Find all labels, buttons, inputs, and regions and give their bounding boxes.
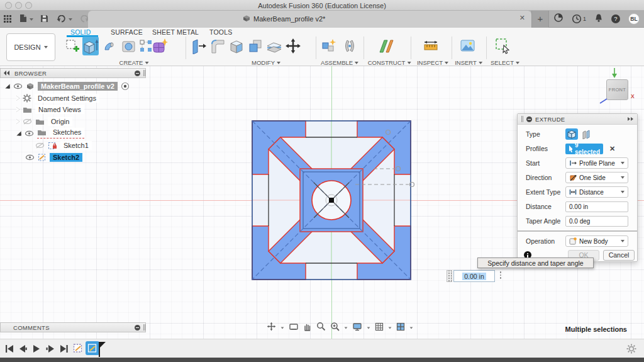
fillet-icon[interactable] xyxy=(209,37,226,55)
group-create[interactable]: CREATE xyxy=(119,59,149,66)
undo-caret[interactable] xyxy=(69,18,72,21)
zoom-window-icon[interactable] xyxy=(330,322,340,334)
start-dropdown[interactable]: Profile Plane xyxy=(565,157,628,169)
operation-dropdown[interactable]: New Body xyxy=(565,235,628,247)
group-modify[interactable]: MODIFY xyxy=(252,59,280,66)
viewports-icon[interactable] xyxy=(396,322,405,334)
tab-sheet-metal[interactable]: SHEET METAL xyxy=(152,28,199,36)
extent-type-dropdown[interactable]: Distance xyxy=(565,186,628,198)
group-select[interactable]: SELECT xyxy=(491,59,519,66)
revolve-icon[interactable] xyxy=(121,37,137,55)
comments-display-toggle-icon[interactable] xyxy=(135,325,140,331)
origin-point[interactable] xyxy=(329,198,334,203)
new-tab-button[interactable]: + xyxy=(531,11,549,28)
job-status-icon[interactable]: 1 xyxy=(572,14,586,24)
file-menu-icon[interactable] xyxy=(19,14,28,25)
distance-input[interactable]: 0.00 in xyxy=(453,270,495,282)
grid-settings-icon[interactable] xyxy=(375,322,384,334)
browser-item-label[interactable]: Sketch1 xyxy=(60,141,92,150)
undo-icon[interactable] xyxy=(57,14,67,25)
extrude-thin-type-icon[interactable] xyxy=(580,128,592,140)
pan-hand-icon[interactable] xyxy=(303,322,312,334)
document-tab[interactable]: MakerBeam_profile v2* ✕ xyxy=(88,11,531,28)
select-tool-icon[interactable] xyxy=(495,37,511,55)
move-icon[interactable] xyxy=(285,37,301,55)
browser-item-label[interactable]: MakerBeam_profile v2 xyxy=(38,82,118,91)
user-avatar[interactable]: BL xyxy=(628,13,640,25)
timeline-go-to-start-icon[interactable] xyxy=(5,344,13,355)
app-grid-icon[interactable] xyxy=(4,14,11,25)
comments-panel-grip[interactable] xyxy=(143,324,145,331)
expand-caret-icon[interactable] xyxy=(16,131,21,135)
browser-item-label[interactable]: Sketch2 xyxy=(50,153,82,162)
browser-row-sketch2[interactable]: Sketch2 xyxy=(25,152,82,162)
visibility-eye-icon[interactable] xyxy=(13,83,23,89)
dialog-dot-icon[interactable] xyxy=(526,116,532,122)
zoom-icon[interactable] xyxy=(316,322,326,334)
grid-caret[interactable] xyxy=(389,327,392,329)
browser-row-root[interactable]: MakerBeam_profile v2 xyxy=(5,81,130,91)
clear-selection-icon[interactable]: ✕ xyxy=(609,145,615,153)
extrude-tool-icon[interactable] xyxy=(82,37,99,55)
browser-row-origin[interactable]: Origin xyxy=(16,116,72,127)
visibility-eye-icon[interactable] xyxy=(25,130,34,137)
file-menu-caret[interactable] xyxy=(30,18,33,21)
float-input-grip[interactable] xyxy=(447,270,452,282)
combine-icon[interactable] xyxy=(247,37,264,55)
collapsed-caret-icon[interactable] xyxy=(16,119,19,124)
orbit-icon[interactable] xyxy=(267,322,276,334)
timeline-play-icon[interactable] xyxy=(33,344,40,355)
direction-dropdown[interactable]: One Side xyxy=(565,172,628,183)
shell-icon[interactable] xyxy=(228,37,245,55)
expand-caret-icon[interactable] xyxy=(5,84,9,88)
visibility-eye-icon[interactable] xyxy=(25,154,35,161)
collapsed-caret-icon[interactable] xyxy=(16,107,19,112)
timeline-step-back-icon[interactable] xyxy=(19,344,27,355)
browser-display-toggle-icon[interactable] xyxy=(135,71,140,76)
new-component-icon[interactable] xyxy=(321,37,338,55)
extrude-solid-type-icon[interactable] xyxy=(565,128,578,140)
timeline-sketch1-feature[interactable] xyxy=(71,341,85,355)
comments-panel-header[interactable]: COMMENTS xyxy=(0,322,146,332)
create-form-icon[interactable] xyxy=(152,37,169,55)
group-assemble[interactable]: ASSEMBLE xyxy=(321,59,358,66)
timeline-go-to-end-icon[interactable] xyxy=(60,344,68,355)
browser-item-label[interactable]: Origin xyxy=(48,117,72,126)
browser-row-sketch1[interactable]: Sketch1 xyxy=(35,140,92,150)
browser-panel-header[interactable]: BROWSER xyxy=(0,68,146,78)
profiles-selected-button[interactable]: 9 selected xyxy=(565,144,603,154)
timeline-sketch2-feature[interactable] xyxy=(86,341,99,355)
joint-icon[interactable] xyxy=(341,37,358,55)
browser-row-document-settings[interactable]: Document Settings xyxy=(16,93,99,103)
insert-image-icon[interactable] xyxy=(460,37,476,55)
float-input-options-icon[interactable] xyxy=(499,271,502,281)
browser-item-label[interactable]: Named Views xyxy=(35,105,84,114)
press-pull-icon[interactable] xyxy=(191,37,207,55)
activate-component-radio[interactable] xyxy=(121,82,130,91)
orbit-caret[interactable] xyxy=(281,327,284,329)
collapsed-caret-icon[interactable] xyxy=(16,96,19,101)
sketch-viewport[interactable] xyxy=(248,117,437,287)
browser-item-label[interactable]: Sketches xyxy=(50,128,84,137)
group-construct[interactable]: CONSTRUCT xyxy=(368,59,411,66)
tab-close-icon[interactable]: ✕ xyxy=(519,14,525,22)
visibility-off-eye-icon[interactable] xyxy=(23,118,32,125)
browser-row-named-views[interactable]: Named Views xyxy=(16,104,84,115)
display-caret[interactable] xyxy=(367,327,370,329)
visibility-off-eye-icon[interactable] xyxy=(35,142,45,149)
timeline-step-forward-icon[interactable] xyxy=(46,344,54,355)
split-body-icon[interactable] xyxy=(266,37,282,55)
collapse-panel-icon[interactable] xyxy=(3,70,11,76)
save-icon[interactable] xyxy=(40,14,48,25)
extensions-icon[interactable] xyxy=(553,13,564,25)
browser-item-label[interactable]: Document Settings xyxy=(35,94,99,103)
tab-surface[interactable]: SURFACE xyxy=(111,28,143,36)
workspace-selector[interactable]: DESIGN xyxy=(6,33,55,61)
timeline-settings-gear-icon[interactable] xyxy=(626,344,636,354)
notifications-bell-icon[interactable] xyxy=(594,13,603,25)
browser-panel-grip[interactable] xyxy=(143,70,145,76)
zoom-caret[interactable] xyxy=(345,327,348,329)
sweep-icon[interactable] xyxy=(102,37,118,55)
construct-plane-icon[interactable] xyxy=(379,37,395,55)
group-inspect[interactable]: INSPECT xyxy=(417,59,448,66)
